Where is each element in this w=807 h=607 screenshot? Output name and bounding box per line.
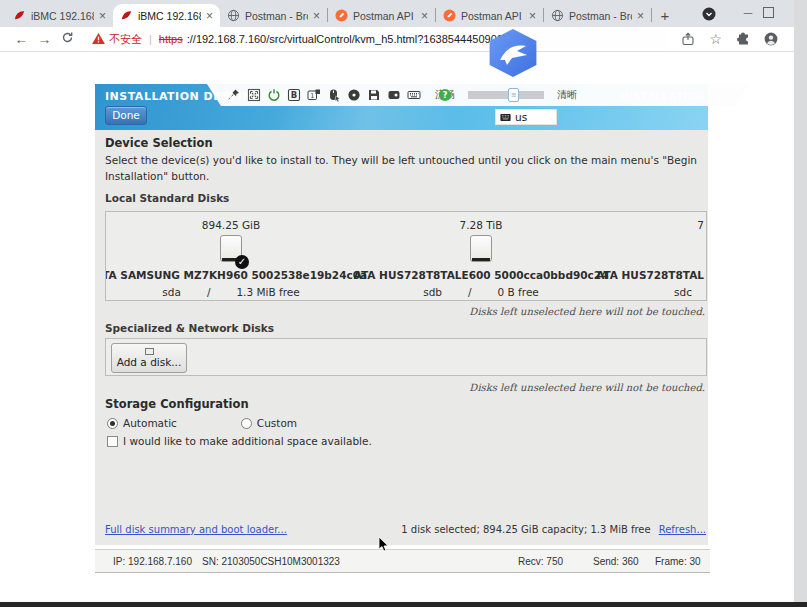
tab-title: iBMC 192.168.7.16...: [31, 10, 94, 22]
disk-name: ATA HUS728T8TALE600 5000cca0bbd90c24: [354, 269, 609, 286]
refresh-link[interactable]: Refresh...: [659, 524, 706, 535]
tab-postman-api-2[interactable]: Postman API Platfo... ×: [436, 4, 543, 27]
ibmc-favicon-icon: [13, 9, 26, 22]
url-scheme: https: [159, 33, 183, 45]
key-b-icon[interactable]: B: [287, 88, 301, 102]
tab-close-icon[interactable]: ×: [637, 9, 644, 23]
extensions-puzzle-icon[interactable]: [736, 32, 750, 46]
desktop-right-edge: [794, 0, 807, 602]
disk-device: sda: [162, 286, 181, 298]
local-disks-label: Local Standard Disks: [105, 192, 229, 204]
section-description: Select the device(s) you'd like to insta…: [105, 152, 721, 185]
specialized-disks-label: Specialized & Network Disks: [105, 322, 274, 334]
done-button[interactable]: Done: [105, 106, 147, 125]
additional-space-checkbox[interactable]: [107, 436, 118, 447]
globe-favicon-icon: [551, 9, 564, 22]
selection-summary-group: 1 disk selected; 894.25 GiB capacity; 1.…: [401, 524, 706, 535]
unselected-disks-note: Disks left unselected here will not be t…: [469, 382, 705, 393]
disk-sdc[interactable]: 7 ATA HUS728T8TAL sdc: [586, 219, 704, 298]
kvm-remote-screen: INSTALLATION DESTINATION INSTALLATION B …: [95, 84, 708, 545]
tab-close-icon[interactable]: ×: [99, 9, 106, 23]
mouse-icon[interactable]: [327, 88, 341, 102]
forward-icon[interactable]: →: [33, 31, 56, 47]
window-maximize-button[interactable]: [763, 7, 774, 18]
profile-avatar-icon[interactable]: [764, 32, 778, 46]
disk-icon-wrap: [470, 235, 492, 269]
keyboard-layout-value: us: [515, 111, 527, 123]
kvm-toolbar: B 1 流畅 ≡ 清晰 ?: [207, 84, 749, 106]
bookmark-star-icon[interactable]: ☆: [709, 32, 722, 46]
disk-sdb[interactable]: 7.28 TiB ATA HUS728T8TALE600 5000cca0bbd…: [356, 212, 606, 300]
refresh-icon[interactable]: [56, 31, 79, 47]
tab-close-icon[interactable]: ×: [313, 9, 320, 23]
disk-icon-wrap: ✓: [220, 235, 242, 269]
back-icon[interactable]: ←: [10, 31, 33, 47]
hard-drive-icon: [470, 235, 492, 262]
help-icon[interactable]: [365, 88, 379, 102]
disk-free: 1.3 MiB free: [236, 286, 299, 298]
partitioning-options: Automatic Custom: [107, 417, 297, 429]
numeric-keypad-icon[interactable]: 1: [307, 88, 321, 102]
power-icon[interactable]: [267, 88, 281, 102]
disk-size: 894.25 GiB: [202, 219, 260, 235]
tab-title: Postman - Browse...: [569, 10, 632, 22]
status-send: Send: 360: [593, 556, 639, 567]
disk-size: 7: [697, 219, 704, 235]
disk-selected-check-icon: ✓: [235, 255, 249, 269]
tab-title: iBMC 192.168.7.16...: [138, 10, 201, 22]
slider-sharp-label: 清晰: [557, 88, 577, 102]
specialized-disks-panel: Add a disk...: [105, 338, 707, 376]
tab-close-icon[interactable]: ×: [529, 9, 536, 23]
share-icon[interactable]: [681, 32, 695, 46]
address-bar-actions: ☆: [681, 32, 778, 46]
add-disk-label: Add a disk...: [117, 356, 182, 368]
fullscreen-icon[interactable]: [247, 88, 261, 102]
help-question-icon[interactable]: ?: [438, 88, 452, 102]
slider-handle[interactable]: ≡: [508, 88, 519, 102]
url-text: ://192.168.7.160/src/virtualControl/kvm_…: [187, 33, 503, 45]
tab-ibmc-2-active[interactable]: iBMC 192.168.7.16... ×: [113, 4, 220, 27]
svg-text:?: ?: [443, 91, 448, 100]
automatic-radio-label: Automatic: [123, 417, 177, 429]
tab-close-icon[interactable]: ×: [206, 9, 213, 23]
security-warning-icon: [92, 33, 105, 46]
add-disk-button[interactable]: Add a disk...: [111, 343, 187, 373]
disk-details: sdc: [674, 286, 692, 298]
window-minimize-button[interactable]: ─: [736, 2, 760, 24]
anaconda-header: INSTALLATION DESTINATION INSTALLATION B …: [95, 84, 708, 130]
additional-space-row: I would like to make additional space av…: [107, 435, 372, 447]
keyboard-layout-indicator[interactable]: us: [495, 109, 557, 125]
browser-media-circle-icon[interactable]: [702, 7, 716, 21]
full-disk-summary-link[interactable]: Full disk summary and boot loader...: [105, 524, 287, 535]
status-sn: SN: 2103050CSH10M3001323: [202, 556, 340, 567]
kvm-status-bar: IP: 192.168.7.160 SN: 2103050CSH10M30013…: [95, 549, 710, 573]
tab-close-icon[interactable]: ×: [421, 9, 428, 23]
status-recv: Recv: 750: [518, 556, 563, 567]
disc-icon[interactable]: [347, 88, 361, 102]
automatic-radio[interactable]: [107, 418, 118, 429]
tab-title: Postman - Browse...: [245, 10, 308, 22]
tab-postman-browser-2[interactable]: Postman - Browse... ×: [544, 4, 651, 27]
local-disks-panel: 894.25 GiB ✓ ATA SAMSUNG MZ7KH960 500253…: [105, 211, 707, 301]
pin-icon[interactable]: [227, 88, 241, 102]
disk-device: sdb: [423, 286, 442, 298]
new-tab-button[interactable]: +: [652, 4, 678, 27]
status-ip: IP: 192.168.7.160: [113, 556, 192, 567]
custom-radio[interactable]: [241, 418, 252, 429]
quality-slider[interactable]: ≡: [468, 91, 544, 99]
disk-mount: /: [207, 286, 211, 298]
disk-details: sdb / 0 B free: [423, 286, 539, 298]
tab-postman-api-1[interactable]: Postman API Platfo... ×: [328, 4, 435, 27]
screen-record-icon[interactable]: [387, 88, 401, 102]
url-divider: |: [149, 33, 152, 45]
disk-sda[interactable]: 894.25 GiB ✓ ATA SAMSUNG MZ7KH960 500253…: [106, 212, 356, 300]
svg-text:1: 1: [310, 92, 314, 100]
postman-favicon-icon: [443, 9, 456, 22]
globe-favicon-icon: [227, 9, 240, 22]
tab-ibmc-1[interactable]: iBMC 192.168.7.16... ×: [6, 4, 113, 27]
omnibox[interactable]: 不安全 | https://192.168.7.160/src/virtualC…: [83, 30, 671, 49]
virtual-keyboard-icon[interactable]: [407, 88, 421, 102]
tab-postman-browser-1[interactable]: Postman - Browse... ×: [220, 4, 327, 27]
tab-title: Postman API Platfo...: [353, 10, 416, 22]
browser-address-bar: ← → 不安全 | https://192.168.7.160/src/virt…: [0, 27, 794, 52]
